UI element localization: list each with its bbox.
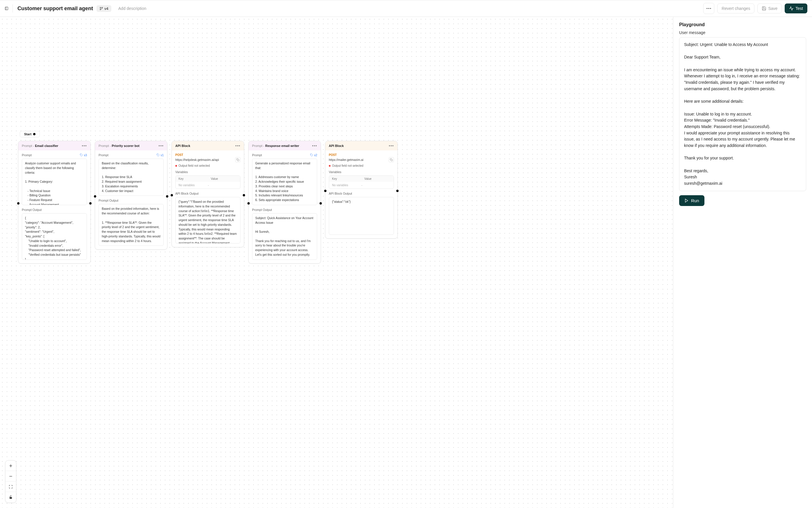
svg-rect-13 [10, 497, 12, 499]
port-in[interactable] [171, 194, 173, 197]
revert-button[interactable]: Revert changes [717, 3, 755, 13]
variables-table: KeyValue No variables- [329, 175, 394, 189]
prompt-text: Generate a personalized response email t… [252, 159, 317, 205]
page-title: Customer support email agent [17, 5, 93, 12]
port-out[interactable] [243, 194, 245, 197]
api-url: https://helpdesk.getmaxim.ai/api [175, 158, 219, 162]
tag-icon [80, 154, 83, 157]
node-header: API Block ••• [325, 141, 397, 151]
http-method: POST [175, 153, 240, 157]
svg-marker-14 [685, 199, 688, 202]
api-url: https://mailer.getmaxim.ai [329, 158, 364, 162]
node-email-classifier[interactable]: Prompt - Email classifier ••• Prompt v3 … [18, 141, 91, 264]
start-node[interactable]: Start [20, 131, 40, 137]
lock-icon [9, 495, 13, 499]
node-helpdesk-api[interactable]: API Block ••• POST https://helpdesk.getm… [172, 141, 244, 247]
play-icon [684, 199, 689, 203]
zoom-controls [5, 460, 16, 503]
prompt-text: Analyze customer support emails and clas… [22, 159, 87, 205]
port-in[interactable] [247, 202, 250, 205]
run-button[interactable]: Run [679, 195, 705, 206]
port-out[interactable] [89, 202, 92, 205]
panel-left-icon [5, 6, 8, 11]
node-header: Prompt - Priority scorer bot ••• [95, 141, 167, 151]
svg-point-5 [707, 8, 708, 9]
fit-screen-button[interactable] [5, 481, 16, 492]
prompt-text: Based on the classification results, det… [99, 159, 164, 196]
save-button[interactable]: Save [757, 3, 782, 13]
node-menu[interactable]: ••• [389, 143, 394, 148]
prompt-version-link[interactable]: v1 [157, 154, 164, 157]
prompt-version-link[interactable]: v2 [310, 154, 317, 157]
svg-point-2 [100, 7, 101, 8]
minus-icon [8, 474, 13, 479]
svg-point-4 [102, 7, 103, 8]
sidebar-toggle[interactable] [5, 4, 13, 12]
port-in[interactable] [17, 202, 19, 205]
test-button[interactable]: Test [785, 3, 807, 13]
description-input[interactable]: Add description [118, 6, 147, 11]
node-header: API Block ••• [172, 141, 244, 151]
port-out[interactable] [33, 133, 36, 135]
warning-dot-icon [329, 165, 331, 167]
svg-rect-9 [391, 160, 392, 161]
save-icon [762, 6, 766, 11]
plus-icon [8, 464, 13, 468]
node-response-writer[interactable]: Prompt - Response email writer ••• Promp… [248, 141, 321, 264]
port-out[interactable] [166, 195, 168, 198]
prompt-output: { "category": "Account Management", "pri… [22, 213, 87, 260]
prompt-version-link[interactable]: v3 [80, 154, 87, 157]
node-menu[interactable]: ••• [312, 143, 317, 148]
zoom-in-button[interactable] [5, 461, 16, 471]
copy-icon [390, 158, 393, 161]
dots-icon [707, 8, 711, 9]
svg-rect-0 [5, 7, 8, 10]
warning-dot-icon [175, 165, 177, 167]
copy-icon [236, 158, 239, 161]
node-header: Prompt - Response email writer ••• [249, 141, 321, 151]
playground-panel: Playground User message Subject: Urgent:… [673, 17, 812, 508]
more-menu-button[interactable] [703, 3, 714, 14]
variables-table: KeyValue No variables- [175, 175, 240, 189]
workflow-canvas[interactable]: Start Prompt - Email classifier ••• Prom… [0, 17, 673, 508]
tag-icon [310, 154, 313, 157]
port-out[interactable] [320, 202, 322, 205]
lock-button[interactable] [5, 492, 16, 503]
node-menu[interactable]: ••• [82, 143, 87, 148]
node-mailer-api[interactable]: API Block ••• POST https://mailer.getmax… [325, 141, 398, 239]
svg-point-3 [100, 9, 101, 10]
port-out[interactable] [396, 190, 398, 192]
node-header: Prompt - Email classifier ••• [18, 141, 90, 151]
user-message-input[interactable]: Subject: Urgent: Unable to Access My Acc… [679, 37, 806, 191]
copy-url-button[interactable] [235, 157, 240, 162]
copy-url-button[interactable] [389, 157, 394, 162]
branch-icon [99, 7, 103, 10]
node-menu[interactable]: ••• [235, 143, 240, 148]
prompt-output: Subject: Quick Assistance on Your Accoun… [252, 213, 317, 260]
api-output: {"status":"ok"} [329, 197, 394, 235]
svg-point-6 [709, 8, 709, 9]
output-warning: Output field not selected [175, 164, 240, 167]
pulse-icon [789, 6, 794, 11]
header: Customer support email agent v4 Add desc… [0, 0, 812, 17]
user-message-label: User message [679, 30, 806, 35]
api-output: {"query":"\"Based on the provided inform… [175, 197, 240, 244]
svg-point-7 [710, 8, 711, 9]
version-badge[interactable]: v4 [97, 5, 111, 12]
node-priority-scorer[interactable]: Prompt - Priority scorer bot ••• Prompt … [95, 141, 168, 250]
maximize-icon [9, 485, 13, 489]
svg-rect-8 [238, 160, 239, 161]
node-menu[interactable]: ••• [158, 143, 164, 148]
playground-title: Playground [679, 22, 806, 27]
zoom-out-button[interactable] [5, 471, 16, 481]
port-in[interactable] [324, 190, 327, 192]
http-method: POST [329, 153, 394, 157]
prompt-output: Based on the provided information, here … [99, 204, 164, 246]
output-warning: Output field not selected [329, 164, 394, 167]
tag-icon [157, 154, 159, 157]
